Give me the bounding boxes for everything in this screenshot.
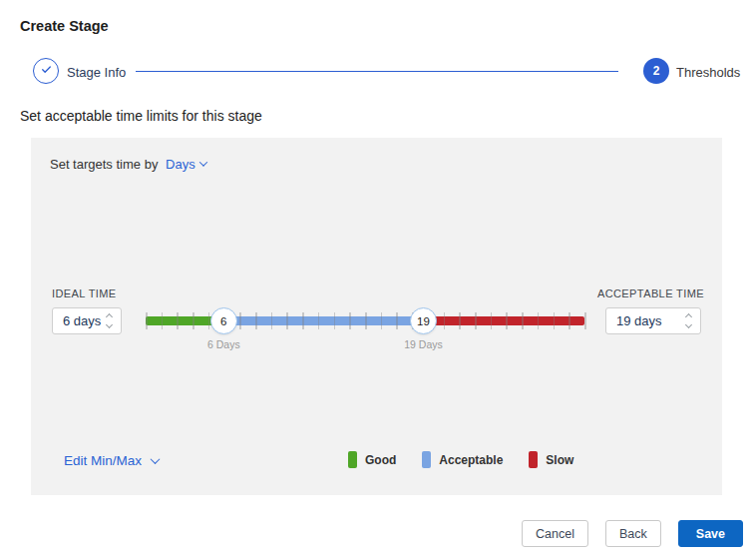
slider-tick bbox=[568, 312, 570, 329]
target-unit-dropdown[interactable]: Days bbox=[166, 157, 206, 172]
step-2-badge[interactable]: 2 bbox=[643, 58, 669, 84]
save-button[interactable]: Save bbox=[678, 520, 743, 547]
step-stage-info-label[interactable]: Stage Info bbox=[67, 65, 126, 80]
ideal-time-stepper[interactable] bbox=[103, 312, 121, 329]
legend-label: Acceptable bbox=[439, 453, 503, 467]
slider-tick bbox=[286, 312, 288, 329]
slider-tick bbox=[162, 312, 164, 329]
slider-tick bbox=[538, 312, 540, 329]
slider-tick bbox=[334, 312, 336, 329]
cancel-button[interactable]: Cancel bbox=[522, 520, 588, 547]
ideal-time-input[interactable]: 6 days bbox=[52, 307, 122, 334]
footer-actions: Cancel Back Save bbox=[522, 520, 743, 547]
slider-handle-label: 19 Days bbox=[389, 338, 459, 350]
legend-item-acceptable: Acceptable bbox=[422, 451, 503, 468]
stepper-connector-line bbox=[136, 71, 618, 72]
step-thresholds-label: Thresholds bbox=[676, 65, 740, 80]
page-title: Create Stage bbox=[20, 18, 109, 34]
ideal-time-label: IDEAL TIME bbox=[52, 287, 117, 299]
create-stage-dialog: Create Stage Stage Info 2 Thresholds Set… bbox=[0, 0, 756, 559]
slider-handle-label: 6 Days bbox=[189, 338, 258, 350]
slider-tick bbox=[271, 312, 273, 329]
back-button[interactable]: Back bbox=[605, 520, 661, 547]
stepper-down-icon[interactable] bbox=[684, 321, 691, 328]
stepper-up-icon[interactable] bbox=[684, 313, 691, 320]
step-1-complete-icon[interactable] bbox=[33, 58, 59, 84]
slider-tick bbox=[584, 312, 586, 329]
slider-tick bbox=[255, 312, 257, 329]
legend-item-slow: Slow bbox=[529, 451, 573, 468]
slider-tick bbox=[491, 312, 493, 329]
thresholds-panel: Set targets time by Days IDEAL TIME 6 da… bbox=[31, 138, 722, 495]
legend-swatch bbox=[348, 451, 357, 468]
slider-tick bbox=[522, 312, 524, 329]
slider-segment-acceptable bbox=[223, 316, 423, 325]
ideal-time-value[interactable]: 6 days bbox=[53, 313, 103, 328]
slider-tick bbox=[177, 312, 179, 329]
slider-tick bbox=[475, 312, 477, 329]
acceptable-time-label: ACCEPTABLE TIME bbox=[597, 287, 704, 299]
slider-tick bbox=[302, 312, 304, 329]
slider-tick bbox=[192, 312, 194, 329]
slider-tick bbox=[349, 312, 351, 329]
slider-handle-19[interactable]: 19 bbox=[410, 307, 437, 334]
acceptable-time-stepper[interactable] bbox=[682, 312, 700, 329]
stepper: Stage Info 2 Thresholds bbox=[0, 58, 756, 86]
slider-tick bbox=[506, 312, 508, 329]
acceptable-time-value[interactable]: 19 days bbox=[606, 313, 682, 328]
legend-label: Good bbox=[365, 453, 396, 467]
edit-minmax-link[interactable]: Edit Min/Max bbox=[64, 453, 159, 468]
slider-tick bbox=[239, 312, 241, 329]
section-subtitle: Set acceptable time limits for this stag… bbox=[20, 108, 262, 124]
slider-segment-slow bbox=[424, 316, 584, 325]
slider-tick bbox=[381, 312, 383, 329]
target-time-row: Set targets time by Days bbox=[50, 157, 206, 172]
target-time-prefix: Set targets time by bbox=[50, 157, 158, 172]
stepper-down-icon[interactable] bbox=[105, 321, 112, 328]
legend-label: Slow bbox=[546, 453, 573, 467]
chevron-down-icon bbox=[198, 158, 206, 166]
slider-tick bbox=[365, 312, 367, 329]
slider-handle-6[interactable]: 6 bbox=[210, 307, 237, 334]
legend-item-good: Good bbox=[348, 451, 396, 468]
slider-legend: GoodAcceptableSlow bbox=[348, 451, 573, 468]
legend-swatch bbox=[529, 451, 538, 468]
legend-swatch bbox=[422, 451, 431, 468]
slider-tick bbox=[396, 312, 398, 329]
slider-tick bbox=[318, 312, 320, 329]
chevron-down-icon bbox=[151, 454, 161, 464]
slider-tick bbox=[146, 312, 148, 329]
threshold-slider[interactable]: 66 Days1919 Days bbox=[146, 302, 584, 364]
slider-tick bbox=[444, 312, 446, 329]
check-icon bbox=[40, 62, 53, 80]
stepper-up-icon[interactable] bbox=[105, 313, 112, 320]
slider-tick bbox=[459, 312, 461, 329]
acceptable-time-input[interactable]: 19 days bbox=[605, 307, 701, 334]
slider-tick bbox=[554, 312, 556, 329]
